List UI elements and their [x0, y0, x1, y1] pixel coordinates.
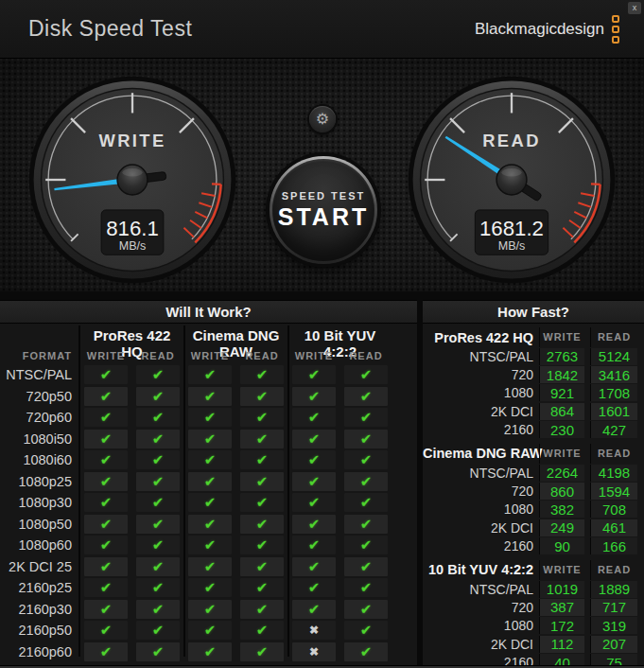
format-row: 1080i60✔✔✔✔✔✔: [0, 449, 417, 471]
format-label: 1080: [423, 618, 533, 633]
format-label: 720p60: [0, 410, 76, 425]
read-value: 1681.2: [479, 217, 544, 240]
format-row: 1080p30✔✔✔✔✔✔: [0, 492, 417, 514]
check-icon: ✔: [292, 515, 336, 534]
check-icon: ✔: [136, 365, 180, 384]
check-icon: ✔: [292, 387, 336, 406]
cross-icon: ✖: [292, 642, 336, 661]
check-icon: ✔: [188, 536, 232, 554]
check-icon: ✔: [188, 557, 232, 576]
how-fast-table: ProRes 422 HQWRITEREADNTSC/PAL2763512472…: [423, 324, 644, 668]
speed-group-header: 10 Bit YUV 4:2:2WRITEREAD: [423, 560, 644, 580]
format-label: 720: [423, 483, 533, 499]
check-icon: ✔: [136, 642, 180, 661]
check-icon: ✔: [188, 515, 232, 534]
speed-group: ProRes 422 HQWRITEREADNTSC/PAL2763512472…: [423, 327, 644, 439]
will-it-work-table: ProRes 422 HQCinema DNG RAW10 Bit YUV 4:…: [0, 324, 417, 662]
check-icon: ✔: [344, 557, 388, 576]
format-label: 720p50: [0, 389, 76, 404]
speed-row: 7208601594: [423, 482, 644, 500]
check-icon: ✔: [344, 472, 388, 491]
check-icon: ✔: [344, 536, 388, 554]
title-bar: Disk Speed Test Blackmagicdesign: [0, 0, 644, 59]
format-label: 1080p30: [0, 495, 76, 510]
will-it-work-panel: Will It Work? ProRes 422 HQCinema DNG RA…: [0, 300, 417, 668]
write-gauge: WRITE 816.1 MB/s: [23, 70, 242, 290]
read-column-header: READ: [136, 350, 180, 361]
format-label: 2K DCI 25: [0, 559, 76, 574]
gauge-panel: WRITE 816.1 MB/s: [0, 59, 644, 291]
read-speed-value: 717: [590, 599, 637, 616]
check-icon: ✔: [188, 621, 232, 640]
check-icon: ✔: [136, 430, 180, 448]
gauge-label: READ: [482, 131, 541, 150]
format-label: 2160: [423, 422, 533, 437]
speed-group: 10 Bit YUV 4:2:2WRITEREADNTSC/PAL1019188…: [423, 560, 644, 668]
check-icon: ✔: [84, 450, 128, 469]
check-icon: ✔: [240, 642, 284, 661]
hub-highlight: [501, 168, 521, 177]
format-label: 720: [423, 600, 533, 615]
read-speed-value: 207: [590, 636, 637, 653]
check-icon: ✔: [292, 365, 336, 384]
check-icon: ✔: [344, 642, 388, 661]
format-label: 720: [423, 367, 533, 382]
format-label: NTSC/PAL: [423, 349, 533, 364]
speed-group-header: Cinema DNG RAWWRITEREAD: [423, 444, 644, 464]
format-label: 2160p30: [0, 602, 76, 617]
gauge-label: WRITE: [98, 131, 165, 150]
check-icon: ✔: [84, 557, 128, 576]
codec-group-headers: ProRes 422 HQCinema DNG RAW10 Bit YUV 4:…: [0, 327, 417, 348]
check-icon: ✔: [344, 621, 388, 640]
read-speed-value: 1708: [590, 384, 637, 401]
check-icon: ✔: [292, 408, 336, 427]
check-icon: ✔: [344, 493, 388, 512]
check-icon: ✔: [292, 536, 336, 554]
close-button[interactable]: x: [628, 2, 641, 14]
hub-highlight: [122, 168, 142, 177]
read-speed-value: 708: [590, 501, 637, 518]
check-icon: ✔: [188, 365, 232, 384]
read-gauge: READ 1681.2 MB/s: [402, 70, 621, 290]
check-icon: ✔: [292, 578, 336, 597]
check-icon: ✔: [240, 621, 284, 640]
write-speed-value: 860: [539, 483, 584, 500]
gear-icon: ⚙: [316, 112, 329, 127]
format-label: NTSC/PAL: [423, 466, 533, 481]
results-section: Will It Work? ProRes 422 HQCinema DNG RA…: [0, 300, 644, 668]
horizontal-divider: [0, 291, 644, 300]
format-row: 2160p50✔✔✔✔✖✔: [0, 620, 417, 642]
start-button[interactable]: SPEED TEST START: [270, 156, 377, 264]
format-row: 2K DCI 25✔✔✔✔✔✔: [0, 556, 417, 578]
check-icon: ✔: [188, 600, 232, 619]
read-speed-value: 5124: [590, 348, 637, 365]
check-icon: ✔: [240, 557, 284, 576]
check-icon: ✔: [188, 450, 232, 469]
format-row: 2160p25✔✔✔✔✔✔: [0, 577, 417, 599]
check-icon: ✔: [188, 642, 232, 661]
column-divider: [183, 325, 185, 657]
format-label: 1080: [423, 385, 533, 400]
check-icon: ✔: [240, 450, 284, 469]
write-speed-value: 249: [539, 519, 584, 536]
write-column-header: WRITE: [188, 350, 232, 361]
check-icon: ✔: [344, 430, 388, 448]
read-speed-value: 1889: [590, 581, 637, 598]
check-icon: ✔: [344, 600, 388, 619]
format-label: 2K DCI: [423, 637, 533, 652]
speed-row: 2K DCI112207: [423, 635, 644, 653]
check-icon: ✔: [136, 600, 180, 619]
check-icon: ✔: [292, 472, 336, 491]
check-icon: ✔: [240, 578, 284, 597]
check-icon: ✔: [84, 408, 128, 427]
cross-icon: ✖: [292, 621, 336, 640]
read-column-header: READ: [590, 444, 637, 464]
speed-row: 10809211708: [423, 384, 644, 402]
write-column-header: WRITE: [539, 444, 584, 464]
will-it-work-title: Will It Work?: [0, 300, 417, 324]
write-speed-value: 921: [539, 384, 584, 401]
brand-name: Blackmagicdesign: [475, 20, 604, 39]
settings-button[interactable]: ⚙: [309, 106, 336, 132]
format-label: 1080i50: [0, 431, 76, 447]
write-unit: MB/s: [119, 239, 147, 253]
